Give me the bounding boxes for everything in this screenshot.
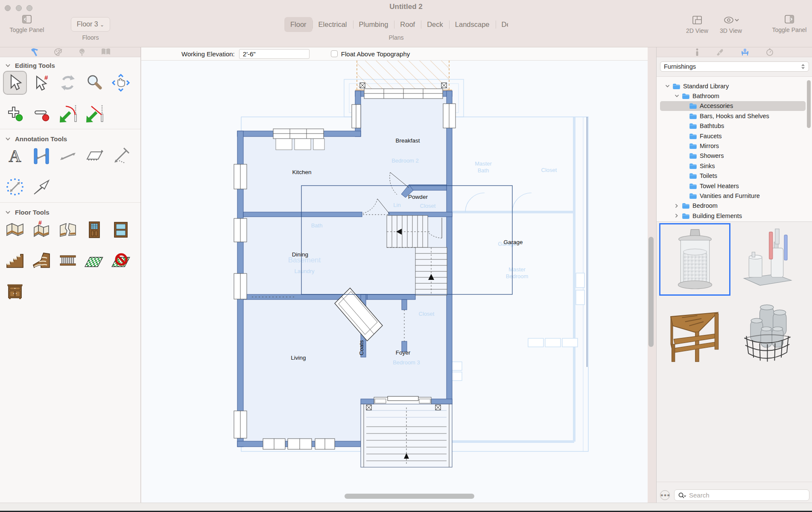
tree-item-accessories[interactable]: Accessories: [657, 101, 812, 111]
tree-item-showers[interactable]: Showers: [657, 151, 812, 161]
tool-straight-wall[interactable]: [3, 218, 27, 241]
tool-elevation-dimension[interactable]: [109, 144, 133, 168]
section-divider: [0, 202, 140, 203]
tool-free-scale[interactable]: [3, 175, 27, 199]
tree-item-standard-library[interactable]: Standard Library: [657, 81, 812, 91]
category-dropdown-value: Furnishings: [664, 63, 801, 70]
tree-item-mirrors[interactable]: Mirrors: [657, 141, 812, 151]
tree-scrollbar[interactable]: [807, 80, 811, 128]
tool-select[interactable]: [3, 71, 27, 95]
tools-sidebar: Editing Tools #: [0, 47, 141, 503]
room-label-garage: Garage: [503, 239, 523, 245]
landscape-tab-tree-icon[interactable]: [78, 48, 86, 56]
svg-text:Laundry: Laundry: [295, 268, 315, 274]
product-cotton-jar[interactable]: [659, 223, 730, 296]
3d-view-button[interactable]: 3D View: [714, 15, 748, 34]
wooden-corner-table-image: [666, 301, 724, 365]
toggle-right-panel-button[interactable]: Toggle Panel: [770, 14, 809, 33]
tree-item-bedroom[interactable]: Bedroom: [657, 201, 812, 211]
tool-straight-stairs[interactable]: [3, 248, 27, 272]
toggle-left-panel-button[interactable]: Toggle Panel: [8, 14, 46, 33]
timer-tab-icon[interactable]: [766, 48, 774, 56]
working-elevation-input[interactable]: [239, 49, 310, 59]
category-dropdown[interactable]: Furnishings: [660, 61, 809, 72]
tool-text[interactable]: A: [3, 144, 27, 168]
tree-item-bathtubs[interactable]: Bathtubs: [657, 121, 812, 131]
toggle-panel-right-icon: [784, 14, 795, 24]
tool-curved-stairs[interactable]: [29, 248, 53, 272]
tool-make-curved[interactable]: [56, 102, 80, 125]
more-options-button[interactable]: ●●●: [660, 490, 670, 500]
build-tab-hammer-icon[interactable]: [30, 48, 39, 56]
canvas-horizontal-scrollbar[interactable]: [345, 494, 474, 499]
tool-wall-dimension[interactable]: [29, 144, 53, 168]
floor-tools-header[interactable]: Floor Tools: [0, 204, 140, 218]
tool-rotate[interactable]: [56, 71, 80, 95]
floor-plan-drawing[interactable]: Bedroom 2 Master Bath Closet Lin Closet …: [141, 61, 648, 492]
tool-add-point[interactable]: [3, 102, 27, 125]
product-towel-basket[interactable]: [732, 297, 803, 369]
3d-view-label: 3D View: [714, 27, 748, 34]
tool-railing[interactable]: [56, 248, 80, 272]
folder-icon: [689, 113, 697, 119]
tool-zoom[interactable]: [82, 71, 106, 95]
tool-cabinet[interactable]: [3, 279, 27, 303]
float-above-topography-checkbox[interactable]: [331, 50, 338, 57]
product-wooden-corner-table[interactable]: [659, 297, 730, 369]
search-row: ●●● Search: [657, 482, 812, 503]
plans-segmented-control: Floor Electrical Plumbing Roof Deck Land…: [284, 17, 508, 32]
tree-item-bars-hooks-shelves[interactable]: Bars, Hooks and Shelves: [657, 111, 812, 121]
chevron-down-icon: [5, 64, 11, 67]
2d-view-button[interactable]: 2D View: [680, 15, 714, 34]
tab-deck[interactable]: Deck: [421, 17, 449, 32]
tree-item-toilets[interactable]: Toilets: [657, 171, 812, 181]
floors-dropdown[interactable]: Floor 3 ⌄: [71, 17, 110, 32]
tool-remove-point[interactable]: [29, 102, 53, 125]
floor-plan-canvas[interactable]: Working Elevation: Float Above Topograph…: [141, 47, 648, 503]
tree-item-building-elements[interactable]: Building Elements: [657, 211, 812, 221]
search-input[interactable]: Search: [674, 489, 809, 501]
3d-view-icon: [722, 15, 740, 25]
roof-overhang-hatch: [355, 61, 452, 91]
tree-item-sinks[interactable]: Sinks: [657, 161, 812, 171]
tab-detail[interactable]: Deta: [496, 17, 508, 32]
floors-label: Floors: [71, 34, 110, 41]
tool-arrow[interactable]: [29, 175, 53, 199]
tool-split-wall[interactable]: [56, 218, 80, 241]
tool-sharp-wall[interactable]: #: [29, 218, 53, 241]
tree-item-faucets[interactable]: Faucets: [657, 131, 812, 141]
tree-item-towel-heaters[interactable]: Towel Heaters: [657, 181, 812, 191]
tool-area-dimension[interactable]: [82, 144, 106, 168]
folder-icon: [689, 163, 697, 169]
tool-sections: Editing Tools #: [0, 58, 140, 306]
tab-roof[interactable]: Roof: [394, 17, 421, 32]
tree-item-bathroom[interactable]: Bathroom: [657, 91, 812, 101]
tool-floor[interactable]: [82, 248, 106, 272]
tab-floor[interactable]: Floor: [284, 17, 313, 32]
tool-dimension[interactable]: [56, 144, 80, 168]
furnishings-tab-chair-icon[interactable]: [740, 48, 750, 56]
float-above-topography-label: Float Above Topography: [341, 50, 410, 58]
tool-window[interactable]: [109, 218, 133, 241]
tab-landscape[interactable]: Landscape: [449, 17, 496, 32]
tool-door[interactable]: [82, 218, 106, 241]
info-tab-icon[interactable]: [695, 48, 699, 56]
tree-item-vanities-furniture[interactable]: Vanities and Furniture: [657, 191, 812, 201]
materials-tab-palette-icon[interactable]: [54, 48, 63, 56]
window-title: Untitled 2: [0, 3, 812, 11]
library-tab-book-icon[interactable]: [101, 48, 111, 56]
tool-floor-opening[interactable]: [109, 248, 133, 272]
tool-make-straight[interactable]: [82, 102, 106, 125]
folder-icon: [672, 83, 680, 89]
tab-electrical[interactable]: Electrical: [313, 17, 353, 32]
materials-tab-pen-icon[interactable]: [716, 48, 724, 56]
annotation-tools-header[interactable]: Annotation Tools: [0, 131, 140, 144]
product-bathroom-accessory-set[interactable]: [732, 223, 803, 296]
editing-tools-header[interactable]: Editing Tools: [0, 58, 140, 71]
tool-select-similar[interactable]: #: [29, 71, 53, 95]
tool-pan[interactable]: [109, 71, 133, 95]
tab-plumbing[interactable]: Plumbing: [353, 17, 394, 32]
editing-tools-grid: #: [0, 71, 140, 125]
canvas-vertical-scrollbar[interactable]: [648, 237, 654, 347]
room-label-foyer: Foyer: [396, 349, 411, 356]
